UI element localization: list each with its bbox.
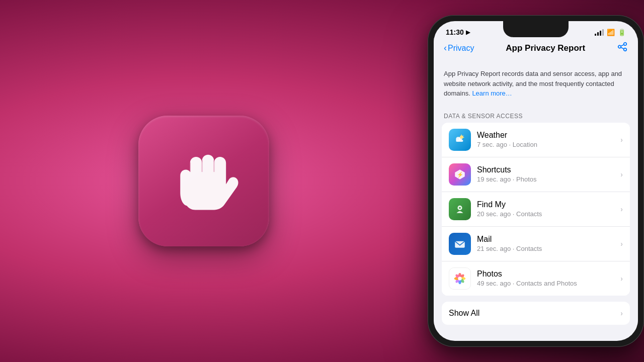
shortcuts-app-icon: ⚡ [449, 163, 471, 186]
list-item[interactable]: ⚡ Shortcuts 19 sec. ago · Photos › [442, 157, 630, 192]
list-item[interactable]: Weather 7 sec. ago · Location › [442, 123, 630, 157]
photos-app-icon [449, 267, 471, 290]
show-all-group: Show All › [442, 302, 630, 325]
navigation-bar: ‹ Privacy App Privacy Report [434, 38, 638, 61]
signal-icon [595, 29, 604, 36]
findmy-app-name: Find My [477, 200, 614, 209]
scroll-content[interactable]: App Privacy Report records data and sens… [434, 61, 638, 330]
right-section: 11:30 ▶ 📶 🔋 ‹ Pr [428, 15, 644, 347]
chevron-right-icon: › [620, 170, 623, 178]
phone-screen: 11:30 ▶ 📶 🔋 ‹ Pr [434, 21, 638, 341]
status-icons: 📶 🔋 [595, 29, 626, 36]
svg-point-23 [458, 277, 462, 281]
mail-app-info: Mail 21 sec. ago · Contacts [477, 235, 614, 252]
app-privacy-icon [138, 116, 269, 246]
show-all-item[interactable]: Show All › [442, 302, 630, 325]
chevron-left-icon: ‹ [444, 43, 447, 53]
battery-icon: 🔋 [618, 29, 626, 36]
findmy-app-info: Find My 20 sec. ago · Contacts [477, 200, 614, 218]
back-label: Privacy [448, 44, 474, 53]
photos-app-info: Photos 49 sec. ago · Contacts and Photos [477, 269, 614, 287]
shortcuts-app-info: Shortcuts 19 sec. ago · Photos [477, 165, 614, 183]
status-time: 11:30 ▶ [446, 28, 470, 36]
findmy-app-detail: 20 sec. ago · Contacts [477, 210, 614, 218]
description-text: App Privacy Report records data and sens… [444, 70, 622, 97]
mail-app-name: Mail [477, 235, 614, 244]
time-display: 11:30 [446, 28, 464, 36]
mail-app-icon [449, 233, 471, 255]
photos-app-name: Photos [477, 269, 614, 279]
share-button[interactable] [617, 41, 628, 55]
photos-app-detail: 49 sec. ago · Contacts and Photos [477, 280, 614, 287]
svg-point-13 [459, 207, 461, 209]
phone-frame: 11:30 ▶ 📶 🔋 ‹ Pr [428, 15, 644, 347]
shortcuts-app-detail: 19 sec. ago · Photos [477, 175, 614, 183]
back-button[interactable]: ‹ Privacy [444, 43, 474, 53]
list-item[interactable]: Find My 20 sec. ago · Contacts › [442, 192, 630, 227]
description-block: App Privacy Report records data and sens… [434, 61, 638, 109]
weather-app-info: Weather 7 sec. ago · Location [477, 131, 614, 148]
app-list: Weather 7 sec. ago · Location › ⚡ [442, 123, 630, 296]
chevron-right-icon: › [620, 309, 623, 317]
findmy-app-icon [449, 198, 471, 220]
list-item[interactable]: Photos 49 sec. ago · Contacts and Photos… [442, 261, 630, 296]
mail-app-detail: 21 sec. ago · Contacts [477, 245, 614, 252]
weather-app-name: Weather [477, 131, 614, 140]
shortcuts-app-name: Shortcuts [477, 165, 614, 174]
page-title: App Privacy Report [506, 43, 585, 53]
wifi-icon: 📶 [607, 29, 615, 36]
chevron-right-icon: › [620, 205, 623, 213]
left-section [0, 116, 428, 246]
hand-icon [161, 137, 247, 225]
location-arrow-icon: ▶ [466, 29, 470, 36]
learn-more-link[interactable]: Learn more… [472, 89, 512, 97]
section-header: DATA & SENSOR ACCESS [434, 109, 638, 123]
footer-note: These apps accessed your data or sensors… [434, 325, 638, 331]
phone-notch [503, 21, 569, 37]
show-all-label: Show All [449, 309, 479, 318]
weather-app-icon [449, 129, 471, 151]
svg-rect-5 [456, 140, 463, 142]
svg-line-8 [463, 136, 463, 136]
chevron-right-icon: › [620, 275, 623, 283]
chevron-right-icon: › [620, 136, 623, 144]
svg-text:⚡: ⚡ [457, 171, 463, 177]
weather-app-detail: 7 sec. ago · Location [477, 141, 614, 148]
list-item[interactable]: Mail 21 sec. ago · Contacts › [442, 227, 630, 261]
chevron-right-icon: › [620, 240, 623, 248]
